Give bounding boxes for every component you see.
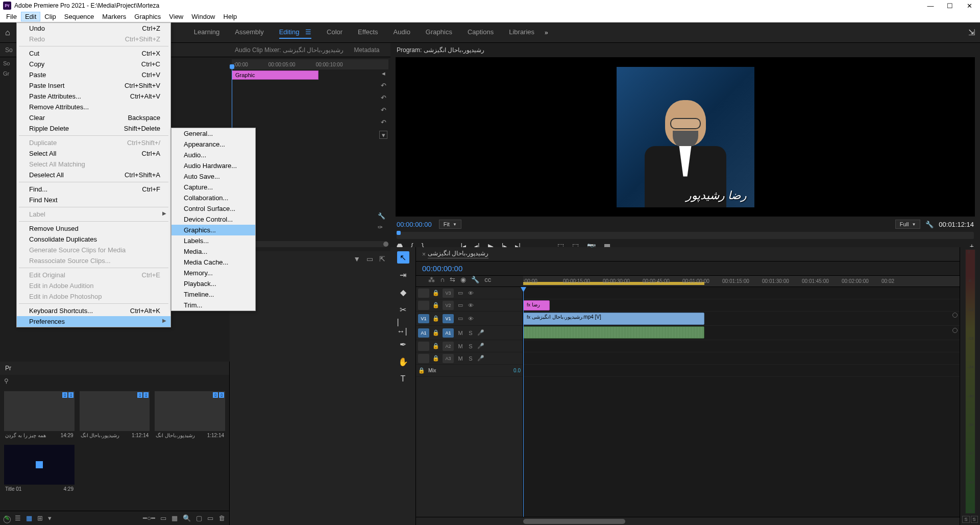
- workspace-effects[interactable]: Effects: [358, 26, 378, 39]
- bin-item[interactable]: Title 014:29: [4, 445, 75, 493]
- mic-icon[interactable]: 🎤: [477, 343, 484, 349]
- lock-icon[interactable]: 🔒: [432, 315, 439, 322]
- filter-icon[interactable]: ▼: [353, 255, 360, 263]
- settings-icon[interactable]: 🔧: [471, 276, 479, 283]
- solo-icon[interactable]: S: [467, 343, 474, 349]
- program-viewer[interactable]: رضا رشیدپور: [396, 57, 975, 217]
- menu-item-undo[interactable]: UndoCtrl+Z: [17, 23, 170, 34]
- pen-tool-icon[interactable]: ✒: [397, 338, 409, 350]
- tab-metadata[interactable]: Metadata: [354, 46, 379, 54]
- zoom-slider-icon[interactable]: ━○━: [143, 514, 155, 522]
- undo-arrow-icon[interactable]: ↶: [379, 82, 387, 90]
- settings-wrench-icon[interactable]: 🔧: [925, 221, 934, 228]
- pref-item-appearance-[interactable]: Appearance...: [172, 139, 255, 150]
- menu-window[interactable]: Window: [187, 12, 219, 21]
- type-tool-icon[interactable]: T: [397, 373, 409, 385]
- menu-item-paste[interactable]: PasteCtrl+V: [17, 69, 170, 80]
- mute-icon[interactable]: M: [457, 343, 464, 349]
- linked-selection-icon[interactable]: ⇆: [450, 276, 455, 283]
- lock-icon[interactable]: 🔒: [432, 290, 439, 296]
- cc-icon[interactable]: cc: [484, 276, 491, 283]
- menu-view[interactable]: View: [165, 12, 187, 21]
- lock-icon[interactable]: 🔒: [432, 302, 439, 308]
- menu-item-find-next[interactable]: Find Next: [17, 195, 170, 205]
- menu-item-redo[interactable]: RedoCtrl+Shift+Z: [17, 34, 170, 44]
- bin-thumbnail[interactable]: ▯▯: [4, 391, 75, 431]
- pref-item-playback-[interactable]: Playback...: [172, 278, 255, 289]
- timeline-ruler[interactable]: :00:0000:00:15:0000:00:30:0000:00:45:000…: [523, 276, 960, 287]
- menu-item-find-[interactable]: Find...Ctrl+F: [17, 184, 170, 195]
- mute-icon[interactable]: M: [457, 330, 464, 336]
- menu-clip[interactable]: Clip: [40, 12, 60, 21]
- selection-tool-icon[interactable]: ↖: [397, 251, 409, 264]
- track-header-a1[interactable]: A1🔒A1MS🎤: [416, 326, 523, 340]
- workspace-captions[interactable]: Captions: [468, 26, 494, 39]
- slip-tool-icon[interactable]: |↔|: [397, 321, 409, 333]
- clip-audio[interactable]: [523, 326, 704, 339]
- mute-icon[interactable]: M: [457, 355, 464, 362]
- keyframe-handle[interactable]: [952, 313, 958, 318]
- list-view-icon[interactable]: ☰: [15, 514, 21, 522]
- clip-video[interactable]: fx رشیدپور،باحال انگیزشی.mp4 [V]: [523, 313, 704, 325]
- timeline-clips-area[interactable]: fx رضا fx رشیدپور،باحال انگیزشی.mp4 [V]: [523, 287, 960, 517]
- menu-item-label[interactable]: Label▶: [17, 209, 170, 220]
- eye-icon[interactable]: 👁: [467, 302, 474, 308]
- pref-item-auto-save-[interactable]: Auto Save...: [172, 171, 255, 182]
- bin-thumbnail[interactable]: ▯▯: [80, 391, 150, 431]
- menu-item-edit-original[interactable]: Edit OriginalCtrl+E: [17, 270, 170, 280]
- menu-item-paste-insert[interactable]: Paste InsertCtrl+Shift+V: [17, 80, 170, 91]
- menu-item-paste-attributes-[interactable]: Paste Attributes...Ctrl+Alt+V: [17, 91, 170, 102]
- pref-item-collaboration-[interactable]: Collaboration...: [172, 193, 255, 203]
- menu-item-keyboard-shortcuts-[interactable]: Keyboard Shortcuts...Ctrl+Alt+K: [17, 305, 170, 316]
- wrench-icon[interactable]: 🔧: [378, 212, 385, 220]
- track-select-tool-icon[interactable]: ⇥: [397, 269, 409, 281]
- workspace-editing[interactable]: Editing ☰: [279, 26, 311, 39]
- mini-graphic-clip[interactable]: Graphic: [232, 70, 318, 80]
- pref-item-timeline-[interactable]: Timeline...: [172, 289, 255, 300]
- pref-item-device-control-[interactable]: Device Control...: [172, 214, 255, 225]
- keyframe-handle[interactable]: [952, 328, 958, 333]
- icon-view-icon[interactable]: ▦: [26, 514, 32, 522]
- lock-icon[interactable]: 🔒: [432, 343, 439, 349]
- menu-item-consolidate-duplicates[interactable]: Consolidate Duplicates: [17, 234, 170, 245]
- bin-item[interactable]: ▯▯همه چیز را به گردن14:29: [4, 391, 75, 440]
- pref-item-trim-[interactable]: Trim...: [172, 300, 255, 311]
- new-bin-icon[interactable]: ▭: [160, 514, 166, 522]
- lock-icon[interactable]: 🔒: [432, 329, 439, 336]
- menu-item-copy[interactable]: CopyCtrl+C: [17, 59, 170, 69]
- find-icon[interactable]: 🔍: [183, 514, 191, 522]
- hand-tool-icon[interactable]: ✋: [397, 355, 409, 368]
- pref-item-labels-[interactable]: Labels...: [172, 235, 255, 246]
- workspace-color[interactable]: Color: [327, 26, 342, 39]
- pref-item-audio-[interactable]: Audio...: [172, 150, 255, 160]
- freeform-view-icon[interactable]: ⊞: [37, 514, 43, 522]
- magnet-icon[interactable]: ∩: [440, 276, 445, 283]
- menu-item-remove-attributes-[interactable]: Remove Attributes...: [17, 102, 170, 112]
- menu-item-cut[interactable]: CutCtrl+X: [17, 48, 170, 59]
- new-folder-icon[interactable]: ▢: [196, 514, 202, 522]
- mic-icon[interactable]: 🎤: [477, 355, 484, 362]
- workspace-graphics[interactable]: Graphics: [426, 26, 452, 39]
- export-icon[interactable]: ⇱: [379, 255, 385, 263]
- workspace-libraries[interactable]: Libraries: [509, 26, 534, 39]
- menu-item-select-all-matching[interactable]: Select All Matching: [17, 159, 170, 170]
- pref-item-graphics-[interactable]: Graphics...: [172, 225, 255, 235]
- undo-arrow-icon[interactable]: ↶: [379, 106, 387, 114]
- filter-icon[interactable]: ⚲: [4, 377, 9, 385]
- undo-arrow-icon[interactable]: ↶: [379, 94, 387, 102]
- menu-item-ripple-delete[interactable]: Ripple DeleteShift+Delete: [17, 123, 170, 134]
- sort-icon[interactable]: ▾: [48, 514, 52, 522]
- menu-item-preferences[interactable]: Preferences▶: [17, 316, 170, 327]
- eye-icon[interactable]: 👁: [467, 316, 474, 322]
- undo-arrow-icon[interactable]: ↶: [379, 118, 387, 127]
- pref-item-general-[interactable]: General...: [172, 128, 255, 139]
- maximize-button[interactable]: ☐: [946, 2, 953, 9]
- program-timecode-left[interactable]: 00:00:00:00: [397, 221, 432, 228]
- bin-item[interactable]: ▯▯رشیدپور،باحال انگ1:12:14: [80, 391, 150, 440]
- home-icon[interactable]: ⌂: [5, 28, 10, 37]
- new-item-icon[interactable]: ▦: [172, 514, 178, 522]
- marker-tool-icon[interactable]: ◉: [460, 276, 466, 283]
- eye-icon[interactable]: 👁: [467, 290, 474, 296]
- ripple-edit-tool-icon[interactable]: ◆: [397, 286, 409, 298]
- bin-thumbnail[interactable]: ▯▯: [155, 391, 225, 431]
